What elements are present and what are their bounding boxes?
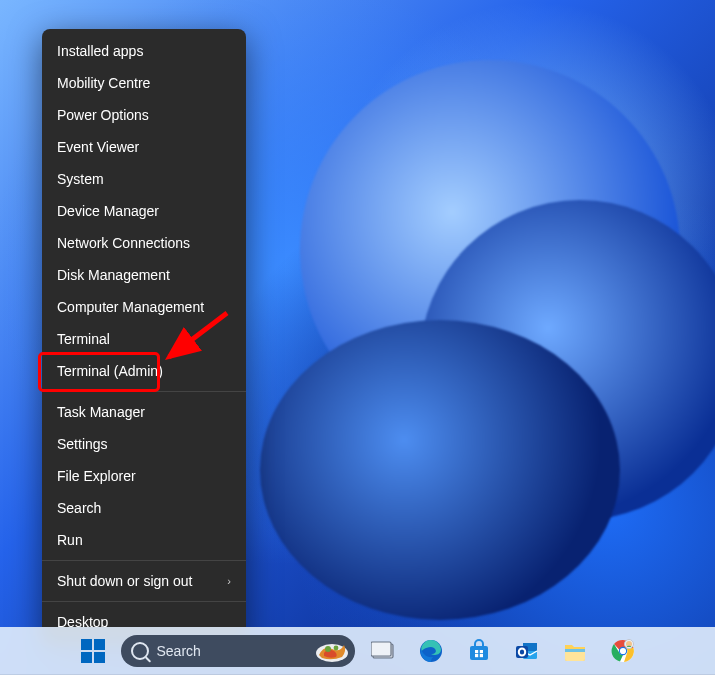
menu-item-installed-apps[interactable]: Installed apps — [42, 35, 246, 67]
start-button[interactable] — [73, 631, 113, 671]
taskbar-app-edge[interactable] — [411, 631, 451, 671]
store-icon — [467, 639, 491, 663]
menu-item-shut-down-or-sign-out[interactable]: Shut down or sign out› — [42, 565, 246, 597]
menu-item-power-options[interactable]: Power Options — [42, 99, 246, 131]
file-explorer-icon — [563, 639, 587, 663]
outlook-icon — [515, 639, 539, 663]
menu-item-run[interactable]: Run — [42, 524, 246, 556]
menu-separator — [42, 391, 246, 392]
menu-separator — [42, 601, 246, 602]
task-view-icon — [371, 639, 395, 663]
menu-item-computer-management[interactable]: Computer Management — [42, 291, 246, 323]
taskbar: Search — [0, 627, 715, 675]
taskbar-app-outlook[interactable] — [507, 631, 547, 671]
taskbar-app-task-view[interactable] — [363, 631, 403, 671]
taskbar-search[interactable]: Search — [121, 635, 355, 667]
menu-item-device-manager[interactable]: Device Manager — [42, 195, 246, 227]
search-icon — [131, 642, 149, 660]
winx-context-menu: Installed appsMobility CentrePower Optio… — [42, 29, 246, 644]
menu-item-terminal-admin[interactable]: Terminal (Admin) — [42, 355, 246, 387]
menu-item-mobility-centre[interactable]: Mobility Centre — [42, 67, 246, 99]
svg-rect-10 — [479, 650, 482, 653]
svg-point-3 — [333, 646, 338, 651]
menu-item-search[interactable]: Search — [42, 492, 246, 524]
search-highlights-icon — [313, 638, 351, 664]
menu-item-terminal[interactable]: Terminal — [42, 323, 246, 355]
svg-point-2 — [325, 646, 331, 652]
menu-item-event-viewer[interactable]: Event Viewer — [42, 131, 246, 163]
menu-item-disk-management[interactable]: Disk Management — [42, 259, 246, 291]
edge-icon — [419, 639, 443, 663]
chrome-icon — [611, 639, 635, 663]
svg-rect-18 — [565, 649, 585, 652]
menu-item-file-explorer[interactable]: File Explorer — [42, 460, 246, 492]
taskbar-app-chrome[interactable] — [603, 631, 643, 671]
svg-rect-9 — [475, 650, 478, 653]
svg-rect-8 — [470, 646, 488, 660]
svg-rect-12 — [479, 654, 482, 657]
search-placeholder: Search — [157, 643, 201, 659]
svg-rect-6 — [371, 642, 391, 656]
menu-item-system[interactable]: System — [42, 163, 246, 195]
chevron-right-icon: › — [227, 572, 231, 590]
taskbar-app-file-explorer[interactable] — [555, 631, 595, 671]
menu-item-task-manager[interactable]: Task Manager — [42, 396, 246, 428]
taskbar-app-store[interactable] — [459, 631, 499, 671]
menu-item-settings[interactable]: Settings — [42, 428, 246, 460]
windows-logo-icon — [81, 639, 105, 663]
menu-separator — [42, 560, 246, 561]
menu-item-network-connections[interactable]: Network Connections — [42, 227, 246, 259]
svg-rect-11 — [475, 654, 478, 657]
